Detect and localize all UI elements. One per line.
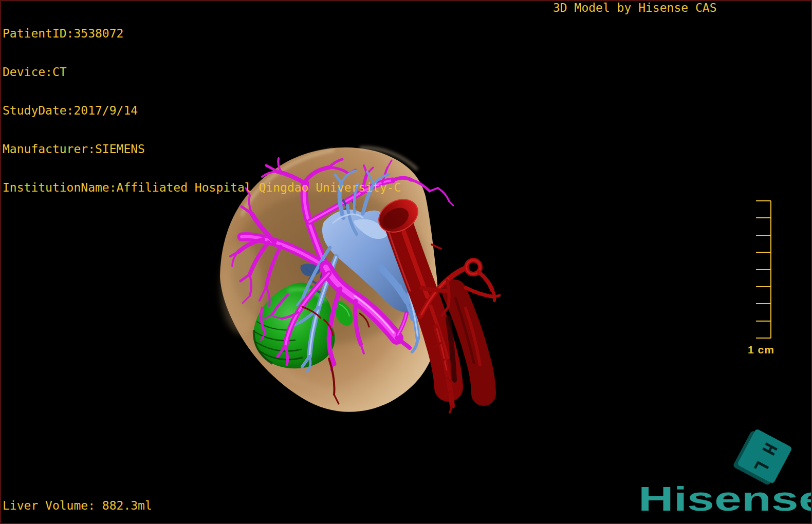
scale-bar-label: 1 cm (748, 344, 774, 355)
logo-mark-square (737, 428, 792, 484)
patient-id-line: PatientID:3538072 (3, 27, 401, 40)
institution-line: InstitutionName:Affiliated Hospital Qing… (3, 181, 401, 194)
scale-bar-ticks (756, 201, 771, 338)
study-date-line: StudyDate:2017/9/14 (3, 104, 401, 117)
device-line: Device:CT (3, 66, 401, 79)
app-title: 3D Model by Hisense CAS (553, 2, 717, 14)
scale-bar: 1 cm (740, 190, 791, 360)
hisense-wordmark: Hisense (638, 481, 812, 517)
cas-3d-viewer-window: PatientID:3538072 Device:CT StudyDate:20… (0, 0, 812, 524)
patient-info-overlay: PatientID:3538072 Device:CT StudyDate:20… (3, 2, 401, 220)
manufacturer-line: Manufacturer:SIEMENS (3, 143, 401, 156)
liver-volume-readout: Liver Volume: 882.3ml (3, 499, 152, 512)
